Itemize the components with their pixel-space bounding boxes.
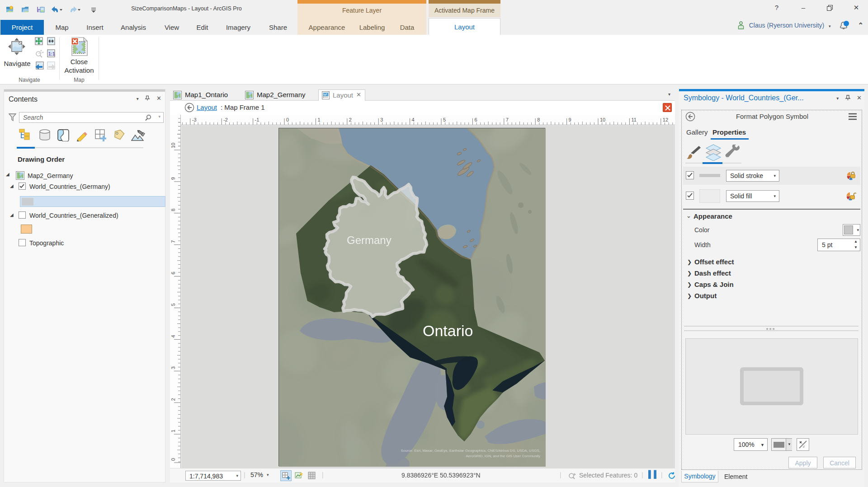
svg-text:1:1: 1:1: [48, 52, 55, 56]
svg-text:0: 0: [286, 117, 289, 122]
svg-text:-1: -1: [255, 117, 259, 122]
svg-text:1: 1: [170, 430, 176, 432]
svg-text:4: 4: [412, 117, 415, 122]
svg-text:12: 12: [663, 117, 668, 122]
svg-text:9: 9: [569, 117, 571, 122]
svg-text:5: 5: [170, 303, 176, 306]
svg-text:7: 7: [170, 240, 176, 243]
svg-text:10: 10: [170, 143, 176, 148]
svg-text:Ontario: Ontario: [423, 322, 473, 339]
svg-text:2: 2: [349, 117, 352, 122]
svg-text:3: 3: [170, 366, 176, 369]
svg-text:Source: Esri, Maxar, GeoEye, E: Source: Esri, Maxar, GeoEye, Earthstar G…: [401, 449, 540, 453]
svg-text:0: 0: [170, 458, 176, 461]
svg-text:8: 8: [537, 117, 540, 122]
svg-text:6: 6: [474, 117, 477, 122]
svg-text:3: 3: [380, 117, 383, 122]
svg-text:AeroGRID, IGN, and the GIS Use: AeroGRID, IGN, and the GIS User Communit…: [466, 454, 541, 458]
svg-text:5: 5: [443, 117, 446, 122]
svg-text:11: 11: [631, 117, 636, 122]
svg-text:10: 10: [600, 117, 605, 122]
svg-text:-2: -2: [223, 117, 228, 122]
svg-text:4: 4: [170, 335, 176, 337]
svg-text:Germany: Germany: [347, 234, 392, 246]
svg-text:6: 6: [170, 272, 176, 274]
svg-text:1: 1: [317, 117, 320, 122]
svg-text:9: 9: [170, 177, 176, 180]
svg-text:-3: -3: [192, 117, 197, 122]
svg-text:8: 8: [170, 209, 176, 211]
svg-text:2: 2: [170, 398, 176, 401]
svg-text:7: 7: [506, 117, 509, 122]
